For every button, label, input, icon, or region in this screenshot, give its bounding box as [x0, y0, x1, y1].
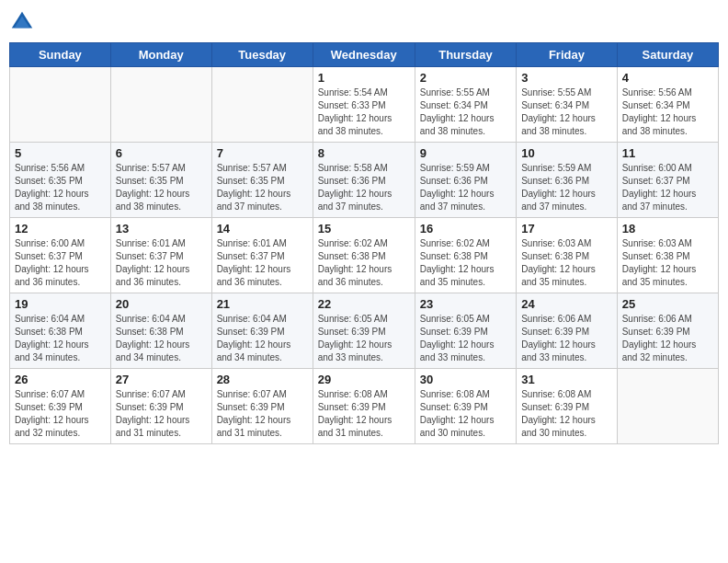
day-number: 10 [521, 146, 612, 160]
calendar-day-cell: 3Sunrise: 5:55 AM Sunset: 6:34 PM Daylig… [517, 67, 618, 143]
day-info: Sunrise: 5:57 AM Sunset: 6:35 PM Dayligh… [217, 162, 308, 213]
day-number: 29 [318, 373, 410, 386]
calendar-day-cell: 7Sunrise: 5:57 AM Sunset: 6:35 PM Daylig… [211, 143, 313, 218]
day-info: Sunrise: 6:08 AM Sunset: 6:39 PM Dayligh… [318, 388, 410, 440]
calendar-day-cell: 2Sunrise: 5:55 AM Sunset: 6:34 PM Daylig… [415, 67, 516, 143]
calendar-day-cell [617, 369, 718, 444]
day-info: Sunrise: 5:55 AM Sunset: 6:34 PM Dayligh… [521, 86, 612, 138]
weekday-header-wednesday: Wednesday [313, 43, 415, 67]
day-info: Sunrise: 5:59 AM Sunset: 6:36 PM Dayligh… [521, 162, 612, 213]
weekday-header-thursday: Thursday [415, 43, 516, 67]
calendar-week-4: 19Sunrise: 6:04 AM Sunset: 6:38 PM Dayli… [10, 293, 719, 369]
day-info: Sunrise: 6:08 AM Sunset: 6:39 PM Dayligh… [521, 388, 612, 440]
day-info: Sunrise: 6:01 AM Sunset: 6:37 PM Dayligh… [116, 237, 207, 289]
calendar-day-cell: 20Sunrise: 6:04 AM Sunset: 6:38 PM Dayli… [110, 293, 211, 369]
calendar-week-2: 5Sunrise: 5:56 AM Sunset: 6:35 PM Daylig… [10, 143, 719, 218]
day-info: Sunrise: 5:56 AM Sunset: 6:34 PM Dayligh… [622, 86, 713, 138]
day-info: Sunrise: 6:01 AM Sunset: 6:37 PM Dayligh… [217, 237, 308, 289]
calendar-day-cell: 30Sunrise: 6:08 AM Sunset: 6:39 PM Dayli… [415, 369, 516, 444]
calendar-day-cell: 23Sunrise: 6:05 AM Sunset: 6:39 PM Dayli… [415, 293, 516, 369]
calendar-day-cell: 5Sunrise: 5:56 AM Sunset: 6:35 PM Daylig… [10, 143, 111, 218]
logo-icon [9, 9, 35, 35]
calendar-day-cell: 18Sunrise: 6:03 AM Sunset: 6:38 PM Dayli… [617, 218, 718, 293]
day-info: Sunrise: 6:03 AM Sunset: 6:38 PM Dayligh… [622, 237, 713, 289]
day-info: Sunrise: 5:56 AM Sunset: 6:35 PM Dayligh… [15, 162, 106, 213]
day-info: Sunrise: 6:06 AM Sunset: 6:39 PM Dayligh… [622, 313, 713, 364]
day-info: Sunrise: 6:08 AM Sunset: 6:39 PM Dayligh… [420, 388, 511, 440]
calendar-day-cell: 8Sunrise: 5:58 AM Sunset: 6:36 PM Daylig… [313, 143, 415, 218]
weekday-header-row: SundayMondayTuesdayWednesdayThursdayFrid… [10, 43, 719, 67]
calendar-day-cell: 27Sunrise: 6:07 AM Sunset: 6:39 PM Dayli… [110, 369, 211, 444]
calendar-day-cell: 17Sunrise: 6:03 AM Sunset: 6:38 PM Dayli… [517, 218, 618, 293]
day-info: Sunrise: 6:06 AM Sunset: 6:39 PM Dayligh… [521, 313, 612, 364]
calendar-week-5: 26Sunrise: 6:07 AM Sunset: 6:39 PM Dayli… [10, 369, 719, 444]
day-number: 3 [521, 71, 612, 85]
day-number: 1 [318, 71, 410, 85]
day-info: Sunrise: 5:55 AM Sunset: 6:34 PM Dayligh… [420, 86, 511, 138]
calendar-day-cell: 31Sunrise: 6:08 AM Sunset: 6:39 PM Dayli… [517, 369, 618, 444]
day-number: 30 [420, 373, 511, 386]
calendar-day-cell: 1Sunrise: 5:54 AM Sunset: 6:33 PM Daylig… [313, 67, 415, 143]
weekday-header-monday: Monday [110, 43, 211, 67]
calendar-day-cell: 6Sunrise: 5:57 AM Sunset: 6:35 PM Daylig… [110, 143, 211, 218]
calendar-day-cell: 12Sunrise: 6:00 AM Sunset: 6:37 PM Dayli… [10, 218, 111, 293]
calendar-day-cell: 25Sunrise: 6:06 AM Sunset: 6:39 PM Dayli… [617, 293, 718, 369]
day-number: 21 [217, 297, 308, 311]
day-info: Sunrise: 6:02 AM Sunset: 6:38 PM Dayligh… [420, 237, 511, 289]
day-number: 4 [622, 71, 713, 85]
day-number: 13 [116, 222, 207, 236]
day-info: Sunrise: 6:07 AM Sunset: 6:39 PM Dayligh… [217, 388, 308, 440]
calendar-day-cell: 13Sunrise: 6:01 AM Sunset: 6:37 PM Dayli… [110, 218, 211, 293]
day-info: Sunrise: 5:58 AM Sunset: 6:36 PM Dayligh… [318, 162, 410, 213]
day-number: 18 [622, 222, 713, 236]
calendar-day-cell: 15Sunrise: 6:02 AM Sunset: 6:38 PM Dayli… [313, 218, 415, 293]
day-info: Sunrise: 6:02 AM Sunset: 6:38 PM Dayligh… [318, 237, 410, 289]
day-number: 16 [420, 222, 511, 236]
day-info: Sunrise: 6:00 AM Sunset: 6:37 PM Dayligh… [622, 162, 713, 213]
calendar-day-cell: 22Sunrise: 6:05 AM Sunset: 6:39 PM Dayli… [313, 293, 415, 369]
calendar-day-cell: 21Sunrise: 6:04 AM Sunset: 6:39 PM Dayli… [211, 293, 313, 369]
day-number: 7 [217, 146, 308, 160]
weekday-header-tuesday: Tuesday [211, 43, 313, 67]
calendar-day-cell [110, 67, 211, 143]
calendar-day-cell: 4Sunrise: 5:56 AM Sunset: 6:34 PM Daylig… [617, 67, 718, 143]
day-number: 14 [217, 222, 308, 236]
day-number: 24 [521, 297, 612, 311]
calendar-day-cell: 24Sunrise: 6:06 AM Sunset: 6:39 PM Dayli… [517, 293, 618, 369]
day-number: 9 [420, 146, 511, 160]
day-number: 28 [217, 373, 308, 386]
calendar-day-cell: 10Sunrise: 5:59 AM Sunset: 6:36 PM Dayli… [517, 143, 618, 218]
calendar-day-cell: 29Sunrise: 6:08 AM Sunset: 6:39 PM Dayli… [313, 369, 415, 444]
day-info: Sunrise: 6:05 AM Sunset: 6:39 PM Dayligh… [420, 313, 511, 364]
weekday-header-friday: Friday [517, 43, 618, 67]
day-info: Sunrise: 6:04 AM Sunset: 6:39 PM Dayligh… [217, 313, 308, 364]
weekday-header-sunday: Sunday [10, 43, 111, 67]
day-info: Sunrise: 6:03 AM Sunset: 6:38 PM Dayligh… [521, 237, 612, 289]
page-header [9, 9, 719, 35]
day-info: Sunrise: 6:05 AM Sunset: 6:39 PM Dayligh… [318, 313, 410, 364]
calendar-day-cell [10, 67, 111, 143]
day-number: 11 [622, 146, 713, 160]
day-info: Sunrise: 5:54 AM Sunset: 6:33 PM Dayligh… [318, 86, 410, 138]
day-number: 22 [318, 297, 410, 311]
day-info: Sunrise: 6:07 AM Sunset: 6:39 PM Dayligh… [15, 388, 106, 440]
day-number: 17 [521, 222, 612, 236]
calendar-day-cell: 9Sunrise: 5:59 AM Sunset: 6:36 PM Daylig… [415, 143, 516, 218]
calendar-day-cell: 28Sunrise: 6:07 AM Sunset: 6:39 PM Dayli… [211, 369, 313, 444]
day-number: 15 [318, 222, 410, 236]
calendar-day-cell [211, 67, 313, 143]
day-number: 19 [15, 297, 106, 311]
day-info: Sunrise: 5:57 AM Sunset: 6:35 PM Dayligh… [116, 162, 207, 213]
day-info: Sunrise: 5:59 AM Sunset: 6:36 PM Dayligh… [420, 162, 511, 213]
day-number: 27 [116, 373, 207, 386]
calendar-week-1: 1Sunrise: 5:54 AM Sunset: 6:33 PM Daylig… [10, 67, 719, 143]
day-number: 12 [15, 222, 106, 236]
day-number: 2 [420, 71, 511, 85]
day-number: 8 [318, 146, 410, 160]
weekday-header-saturday: Saturday [617, 43, 718, 67]
calendar-table: SundayMondayTuesdayWednesdayThursdayFrid… [9, 42, 719, 444]
calendar-week-3: 12Sunrise: 6:00 AM Sunset: 6:37 PM Dayli… [10, 218, 719, 293]
logo [9, 9, 39, 35]
calendar-day-cell: 16Sunrise: 6:02 AM Sunset: 6:38 PM Dayli… [415, 218, 516, 293]
day-number: 31 [521, 373, 612, 386]
